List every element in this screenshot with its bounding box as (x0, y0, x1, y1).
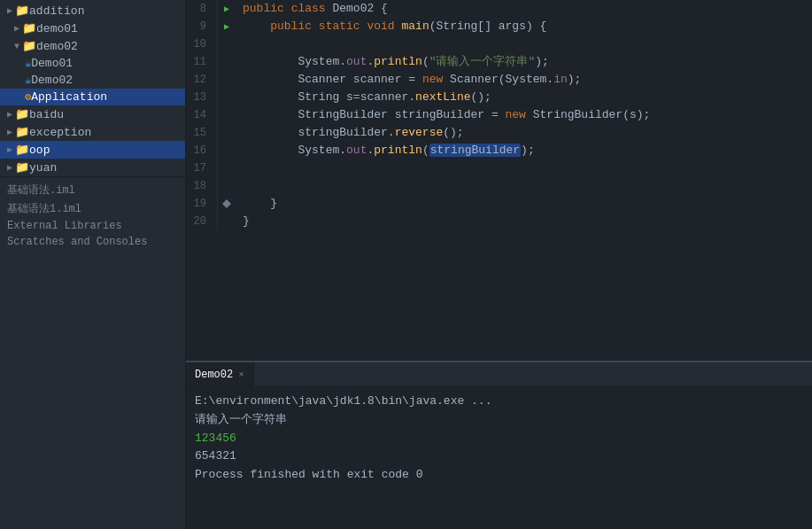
sidebar-bottom-item[interactable]: 基础语法1.iml (0, 199, 185, 218)
folder-arrow-demo01[interactable]: ▶ (14, 23, 19, 34)
line-number: 16 (186, 142, 218, 159)
console-output: E:\environment\java\jdk1.8\bin\java.exe … (186, 387, 812, 529)
console-line-path: E:\environment\java\jdk1.8\bin\java.exe … (195, 393, 803, 411)
code-line-17: 17 (186, 159, 812, 177)
line-number: 17 (186, 159, 218, 177)
line-number: 11 (186, 53, 218, 71)
console-tab-label: Demo02 (195, 369, 233, 381)
line-code[interactable]: public static void main(String[] args) { (236, 18, 812, 35)
line-code[interactable]: System.out.println(stringBuilder); (236, 142, 812, 159)
sidebar-item-label: baidu (29, 108, 64, 121)
code-line-12: 12 Scanner scanner = new Scanner(System.… (186, 71, 812, 89)
folder-arrow-yuan[interactable]: ▶ (7, 162, 12, 173)
main-area: ▶ 📁 addition▶ 📁 demo01▼ 📁 demo02☕ Demo01… (0, 0, 812, 529)
sidebar-item-oop[interactable]: ▶ 📁 oop (0, 141, 185, 159)
line-number: 15 (186, 124, 218, 142)
line-number: 9 (186, 18, 218, 35)
sidebar-item-yuan[interactable]: ▶ 📁 yuan (0, 159, 185, 176)
line-code[interactable] (236, 35, 812, 53)
line-code[interactable]: String s=scanner.nextLine(); (236, 89, 812, 106)
line-number: 12 (186, 71, 218, 89)
sidebar-item-label: demo02 (36, 40, 78, 53)
sidebar-item-exception[interactable]: ▶ 📁 exception (0, 123, 185, 141)
sidebar-bottom: 基础语法.iml基础语法1.imlExternal LibrariesScrat… (0, 176, 185, 250)
sidebar-item-label: Application (31, 90, 107, 104)
sidebar-bottom-item[interactable]: Scratches and Consoles (0, 234, 185, 250)
code-editor: 8▶public class Demo02 {9▶ public static … (186, 0, 812, 361)
line-gutter (218, 159, 236, 177)
sidebar-bottom-item[interactable]: 基础语法.iml (0, 181, 185, 199)
sidebar-item-label: oop (29, 144, 50, 157)
line-gutter (218, 213, 236, 230)
line-gutter (218, 106, 236, 124)
folder-icon: 📁 (15, 160, 29, 175)
code-line-13: 13 String s=scanner.nextLine(); (186, 89, 812, 106)
folder-arrow-baidu[interactable]: ▶ (7, 109, 12, 120)
line-code[interactable] (236, 177, 812, 195)
line-gutter (218, 35, 236, 53)
console-tab[interactable]: Demo02 × (186, 362, 254, 386)
line-gutter (218, 53, 236, 71)
console-line-input: 123456 (195, 430, 803, 448)
breakpoint[interactable] (222, 199, 231, 208)
code-line-9: 9▶ public static void main(String[] args… (186, 18, 812, 35)
line-number: 10 (186, 35, 218, 53)
line-number: 18 (186, 177, 218, 195)
code-line-8: 8▶public class Demo02 { (186, 0, 812, 18)
folder-arrow-oop[interactable]: ▶ (7, 144, 12, 155)
line-code[interactable]: stringBuilder.reverse(); (236, 124, 812, 142)
folder-icon: 📁 (15, 107, 29, 121)
folder-arrow-demo02[interactable]: ▼ (14, 42, 19, 51)
console-line-process: Process finished with exit code 0 (195, 466, 803, 485)
line-number: 19 (186, 195, 218, 213)
line-gutter (218, 89, 236, 106)
folder-arrow-addition[interactable]: ▶ (7, 5, 12, 16)
sidebar-item-Demo02[interactable]: ☕ Demo02 (0, 72, 185, 89)
run-arrow[interactable]: ▶ (224, 21, 229, 32)
line-number: 14 (186, 106, 218, 124)
sidebar-item-label: yuan (29, 161, 57, 175)
sidebar-item-Application[interactable]: ⚙ Application (0, 89, 185, 105)
code-line-11: 11 System.out.println("请输入一个字符串"); (186, 53, 812, 71)
folder-icon: 📁 (22, 39, 36, 53)
bottom-panel: Demo02 × E:\environment\java\jdk1.8\bin\… (186, 361, 812, 529)
sidebar-item-label: addition (29, 4, 84, 18)
line-number: 8 (186, 0, 218, 18)
code-line-20: 20} (186, 213, 812, 230)
sidebar-bottom-item[interactable]: External Libraries (0, 218, 185, 234)
line-gutter (218, 71, 236, 89)
sidebar-item-demo02[interactable]: ▼ 📁 demo02 (0, 37, 185, 55)
sidebar-item-baidu[interactable]: ▶ 📁 baidu (0, 105, 185, 123)
console-line-output: 654321 (195, 447, 803, 466)
code-line-18: 18 (186, 177, 812, 195)
code-line-16: 16 System.out.println(stringBuilder); (186, 142, 812, 159)
console-tab-close[interactable]: × (238, 370, 244, 380)
line-gutter (218, 177, 236, 195)
run-arrow[interactable]: ▶ (224, 4, 229, 14)
folder-arrow-exception[interactable]: ▶ (7, 127, 12, 137)
sidebar-item-Demo01[interactable]: ☕ Demo01 (0, 55, 185, 72)
line-code[interactable]: System.out.println("请输入一个字符串"); (236, 53, 812, 71)
line-code[interactable]: } (236, 213, 812, 230)
line-gutter: ▶ (218, 0, 236, 18)
folder-icon: 📁 (22, 21, 36, 35)
folder-icon: 📁 (15, 4, 29, 18)
console-line-chinese: 请输入一个字符串 (195, 411, 803, 430)
line-number: 13 (186, 89, 218, 106)
code-line-19: 19 } (186, 195, 812, 213)
line-code[interactable]: Scanner scanner = new Scanner(System.in)… (236, 71, 812, 89)
line-code[interactable] (236, 159, 812, 177)
code-line-14: 14 StringBuilder stringBuilder = new Str… (186, 106, 812, 124)
sidebar-item-demo01[interactable]: ▶ 📁 demo01 (0, 19, 185, 37)
line-code[interactable]: StringBuilder stringBuilder = new String… (236, 106, 812, 124)
sidebar-item-addition[interactable]: ▶ 📁 addition (0, 2, 185, 19)
sidebar-item-label: Demo01 (31, 57, 73, 70)
line-code[interactable]: } (236, 195, 812, 213)
sidebar-item-label: Demo02 (31, 74, 73, 87)
sidebar-item-label: demo01 (36, 22, 78, 35)
java-icon: ☕ (25, 74, 31, 87)
code-line-10: 10 (186, 35, 812, 53)
line-code[interactable]: public class Demo02 { (236, 0, 812, 18)
code-line-15: 15 stringBuilder.reverse(); (186, 124, 812, 142)
java-icon: ☕ (25, 57, 31, 70)
